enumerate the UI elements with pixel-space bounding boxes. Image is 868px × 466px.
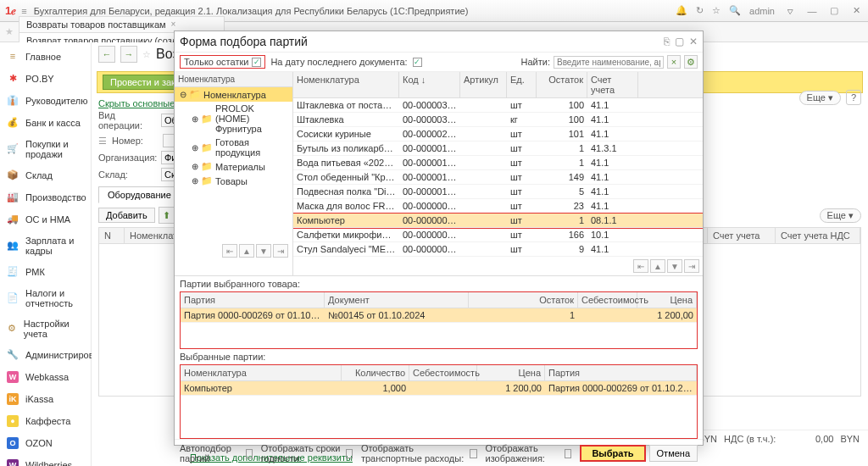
modal-footer: Автоподбор партий Отображать сроки годно… xyxy=(175,439,703,466)
scol-cost[interactable]: Себестоимость xyxy=(409,365,477,380)
pcol-remain[interactable]: Остаток xyxy=(519,292,578,308)
sidebar-item[interactable]: 📄Налоги и отчетность xyxy=(0,283,91,313)
doc-star-icon[interactable]: ☆ xyxy=(142,49,151,60)
table-row[interactable]: Бутыль из поликарбоната, емкость 18,9л00… xyxy=(293,141,703,156)
sidebar-item[interactable]: 🛒Покупки и продажи xyxy=(0,134,91,164)
tbl-prev-icon[interactable]: ▲ xyxy=(650,259,665,273)
sidebar-item[interactable]: WWildberries xyxy=(0,454,91,466)
sidebar-item[interactable]: ⚙Настройки учета xyxy=(0,313,91,344)
settings-icon[interactable]: 🜄 xyxy=(783,6,797,16)
tree-node[interactable]: ⊕ 📁PROLOK (HOME) Фурнитура xyxy=(175,102,292,136)
scol-price[interactable]: Цена xyxy=(477,365,545,380)
star-icon[interactable]: ☆ xyxy=(712,5,721,16)
table-row[interactable]: Маска для волос FRUCTIS Superfood Арбу..… xyxy=(293,199,703,214)
add-button[interactable]: Добавить xyxy=(98,208,155,223)
sidebar-item[interactable]: 🔧Администрирование xyxy=(0,344,91,366)
back-icon[interactable]: ← xyxy=(98,46,115,63)
table-row[interactable]: Штаклевка от поставщика00-00000325шт1004… xyxy=(293,98,703,113)
table-row[interactable]: Салфетки микрофибра00-00000050шт16610.1 xyxy=(293,228,703,242)
search-clear-icon[interactable]: × xyxy=(667,55,681,69)
tbl-first-icon[interactable]: ⇤ xyxy=(633,259,648,273)
chosen-row[interactable]: Компьютер 1,000 1 200,00 Партия 0000-000… xyxy=(181,381,697,396)
table-row[interactable]: Сосиски куриные00-00000207шт10141.1 xyxy=(293,127,703,141)
sidebar-item[interactable]: 🏭Производство xyxy=(0,186,91,208)
images-checkbox[interactable] xyxy=(565,449,571,458)
cancel-button[interactable]: Отмена xyxy=(649,445,698,462)
tree-next-icon[interactable]: ▼ xyxy=(256,244,271,258)
modal-max-icon[interactable]: ▢ xyxy=(675,36,684,47)
user-label[interactable]: admin xyxy=(749,6,775,16)
nomenclature-tree[interactable]: Номенклатура ⊖ 📁Номенклатура⊕ 📁PROLOK (H… xyxy=(175,72,293,275)
pcol-part[interactable]: Партия xyxy=(181,292,325,308)
tbl-last-icon[interactable]: ⇥ xyxy=(684,259,699,273)
sidebar-item[interactable]: 📦Склад xyxy=(0,164,91,186)
table-row[interactable]: Стул Sandalyeci "MESSINA K CHAIR"00-0000… xyxy=(293,242,703,257)
select-button[interactable]: Выбрать xyxy=(580,445,645,462)
pcol-cost[interactable]: Себестоимость xyxy=(578,292,637,308)
col-account[interactable]: Счет учета xyxy=(587,72,638,97)
search-settings-icon[interactable]: ⚙ xyxy=(684,55,698,69)
col-code[interactable]: Код ↓ xyxy=(399,72,460,97)
scol-nom[interactable]: Номенклатура xyxy=(181,365,342,380)
col-name[interactable]: Номенклатура xyxy=(293,72,399,97)
minimize-icon[interactable]: — xyxy=(805,6,819,16)
sidebar-item[interactable]: 🧾РМК xyxy=(0,261,91,283)
sidebar-item[interactable]: OOZON xyxy=(0,432,91,454)
sidebar-item[interactable]: ✱PO.BY xyxy=(0,68,91,90)
maximize-icon[interactable]: ▢ xyxy=(827,5,841,16)
tab-equipment[interactable]: Оборудование xyxy=(98,186,181,203)
autopick-checkbox[interactable] xyxy=(246,449,253,458)
expiry-checkbox[interactable] xyxy=(346,449,353,458)
modal-close-icon[interactable]: ✕ xyxy=(689,36,698,47)
fav-star-icon[interactable]: ★ xyxy=(5,26,14,37)
sidebar-item[interactable]: 🚚ОС и НМА xyxy=(0,208,91,230)
tree-node[interactable]: ⊕ 📁Материалы xyxy=(175,159,292,174)
only-remains-checkbox[interactable] xyxy=(252,58,261,67)
tree-node[interactable]: ⊕ 📁Готовая продукция xyxy=(175,136,292,159)
sidebar-item[interactable]: ≡Главное xyxy=(0,46,91,68)
up-icon[interactable]: ⬆ xyxy=(159,207,175,224)
sidebar-item[interactable]: WWebkassa xyxy=(0,366,91,388)
sidebar-item[interactable]: 👥Зарплата и кадры xyxy=(0,230,91,261)
more-button-grid[interactable]: Еще ▾ xyxy=(820,208,861,223)
only-remains-option[interactable]: Только остатки xyxy=(180,55,265,69)
menu-icon[interactable]: ≡ xyxy=(21,6,26,16)
tree-node[interactable]: ⊖ 📁Номенклатура xyxy=(175,87,292,102)
number-menu-icon[interactable]: ☰ xyxy=(98,136,108,147)
tbl-next-icon[interactable]: ▼ xyxy=(667,259,682,273)
doc-tab[interactable]: Возвраты товаров поставщикам× xyxy=(19,16,225,32)
pcol-price[interactable]: Цена xyxy=(637,292,697,308)
search-input[interactable] xyxy=(554,56,664,69)
tree-first-icon[interactable]: ⇤ xyxy=(222,244,237,258)
sidebar-item[interactable]: iKiKassa xyxy=(0,388,91,410)
scol-part[interactable]: Партия xyxy=(545,365,697,380)
sidebar-item[interactable]: ●Каффеста xyxy=(0,410,91,432)
tree-last-icon[interactable]: ⇥ xyxy=(273,244,288,258)
by-date-checkbox[interactable] xyxy=(413,58,422,67)
help-icon[interactable]: ? xyxy=(846,90,861,105)
col-remain[interactable]: Остаток xyxy=(537,72,587,97)
more-button-top[interactable]: Еще ▾ xyxy=(799,91,841,105)
close-icon[interactable]: ✕ xyxy=(849,5,863,16)
tree-prev-icon[interactable]: ▲ xyxy=(239,244,254,258)
search-icon[interactable]: 🔍 xyxy=(729,5,741,16)
parts-row[interactable]: Партия 0000-000269 от 01.10.2024 0:00:00… xyxy=(181,308,697,323)
pcol-doc[interactable]: Документ xyxy=(325,292,469,308)
table-row[interactable]: Подвесная полка "Diva"00-00000136шт541.1 xyxy=(293,185,703,199)
modal-pin-icon[interactable]: ⎘ xyxy=(664,36,670,47)
transport-checkbox[interactable] xyxy=(470,449,476,458)
table-row[interactable]: Компьютер00-00000077шт108.1.1 xyxy=(293,214,703,228)
scol-qty[interactable]: Количество xyxy=(342,365,409,380)
col-unit[interactable]: Ед. xyxy=(507,72,537,97)
sidebar-item[interactable]: 👔Руководителю xyxy=(0,90,91,112)
tab-close-icon[interactable]: × xyxy=(171,19,176,29)
table-row[interactable]: Вода питьевая «202 original» (без добаво… xyxy=(293,156,703,170)
bell-icon[interactable]: 🔔 xyxy=(676,5,687,16)
history-icon[interactable]: ↻ xyxy=(696,5,704,16)
col-article[interactable]: Артикул xyxy=(460,72,507,97)
table-row[interactable]: Стол обеденный "Крафт"00-00000143шт14941… xyxy=(293,170,703,185)
sidebar-item[interactable]: 💰Банк и касса xyxy=(0,112,91,134)
fwd-icon[interactable]: → xyxy=(120,46,137,63)
table-row[interactable]: Штаклевка00-00000318кг10041.1 xyxy=(293,113,703,127)
tree-node[interactable]: ⊕ 📁Товары xyxy=(175,174,292,188)
